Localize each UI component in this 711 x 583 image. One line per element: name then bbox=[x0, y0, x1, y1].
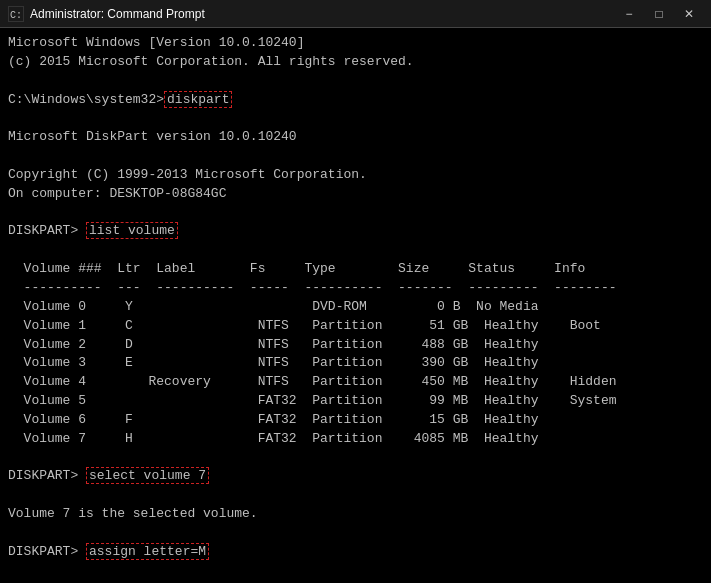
vol-0: Volume 0 Y DVD-ROM 0 B No Media bbox=[8, 298, 703, 317]
svg-text:C:: C: bbox=[10, 10, 22, 21]
diskpart-highlight: diskpart bbox=[164, 91, 232, 108]
line-10 bbox=[8, 241, 703, 260]
line-13 bbox=[8, 524, 703, 543]
title-bar: C: Administrator: Command Prompt − □ ✕ bbox=[0, 0, 711, 28]
vol-separator: ---------- --- ---------- ----- --------… bbox=[8, 279, 703, 298]
line-prompt-assign: DISKPART> assign letter=M bbox=[8, 543, 703, 562]
minimize-button[interactable]: − bbox=[615, 4, 643, 24]
title-bar-buttons: − □ ✕ bbox=[615, 4, 703, 24]
close-button[interactable]: ✕ bbox=[675, 4, 703, 24]
vol-7: Volume 7 H FAT32 Partition 4085 MB Healt… bbox=[8, 430, 703, 449]
line-4 bbox=[8, 109, 703, 128]
line-selected: Volume 7 is the selected volume. bbox=[8, 505, 703, 524]
line-2: (c) 2015 Microsoft Corporation. All righ… bbox=[8, 53, 703, 72]
window-container: C: Administrator: Command Prompt − □ ✕ M… bbox=[0, 0, 711, 583]
line-5: Microsoft DiskPart version 10.0.10240 bbox=[8, 128, 703, 147]
line-1: Microsoft Windows [Version 10.0.10240] bbox=[8, 34, 703, 53]
vol-header: Volume ### Ltr Label Fs Type Size Status… bbox=[8, 260, 703, 279]
line-prompt-list: DISKPART> list volume bbox=[8, 222, 703, 241]
vol-6: Volume 6 F FAT32 Partition 15 GB Healthy bbox=[8, 411, 703, 430]
assign-letter-highlight: assign letter=M bbox=[86, 543, 209, 560]
line-3 bbox=[8, 72, 703, 91]
vol-5: Volume 5 FAT32 Partition 99 MB Healthy S… bbox=[8, 392, 703, 411]
cmd-icon: C: bbox=[8, 6, 24, 22]
line-14 bbox=[8, 562, 703, 581]
line-9 bbox=[8, 204, 703, 223]
window-title: Administrator: Command Prompt bbox=[30, 7, 205, 21]
list-volume-highlight: list volume bbox=[86, 222, 178, 239]
console-output: Microsoft Windows [Version 10.0.10240] (… bbox=[0, 28, 711, 583]
line-prompt-diskpart: C:\Windows\system32>diskpart bbox=[8, 91, 703, 110]
title-bar-left: C: Administrator: Command Prompt bbox=[8, 6, 205, 22]
line-prompt-select: DISKPART> select volume 7 bbox=[8, 467, 703, 486]
vol-2: Volume 2 D NTFS Partition 488 GB Healthy bbox=[8, 336, 703, 355]
line-7: Copyright (C) 1999-2013 Microsoft Corpor… bbox=[8, 166, 703, 185]
vol-3: Volume 3 E NTFS Partition 390 GB Healthy bbox=[8, 354, 703, 373]
select-volume-highlight: select volume 7 bbox=[86, 467, 209, 484]
line-8: On computer: DESKTOP-08G84GC bbox=[8, 185, 703, 204]
vol-4: Volume 4 Recovery NTFS Partition 450 MB … bbox=[8, 373, 703, 392]
line-11 bbox=[8, 449, 703, 468]
maximize-button[interactable]: □ bbox=[645, 4, 673, 24]
line-6 bbox=[8, 147, 703, 166]
line-12 bbox=[8, 486, 703, 505]
vol-1: Volume 1 C NTFS Partition 51 GB Healthy … bbox=[8, 317, 703, 336]
